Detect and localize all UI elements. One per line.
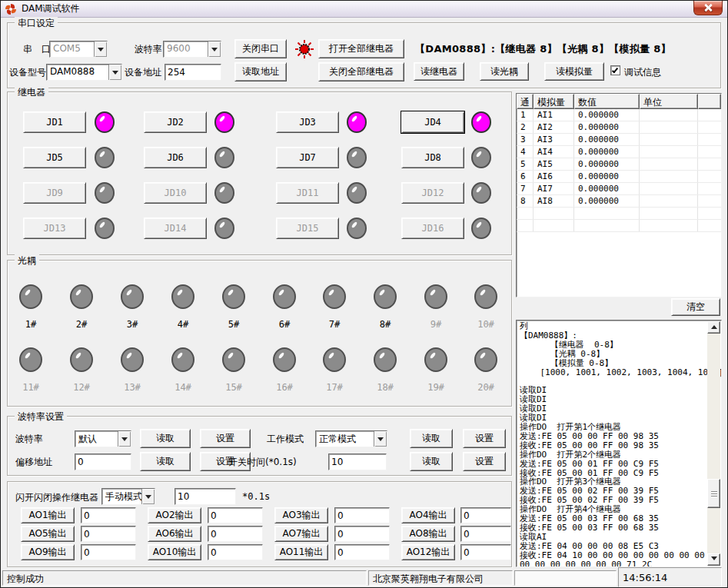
ao7-value-input[interactable] bbox=[334, 526, 390, 542]
chevron-down-icon[interactable] bbox=[118, 431, 131, 447]
relay-button-jd4[interactable]: JD4 bbox=[401, 111, 464, 133]
status-empty-panel bbox=[514, 570, 617, 586]
ao6-value-input[interactable] bbox=[208, 526, 263, 542]
table-row: 2AI20.000000 bbox=[517, 121, 721, 134]
relay-lamp-jd14 bbox=[214, 218, 234, 239]
opto-lamp-13 bbox=[121, 347, 144, 372]
baud-read-button[interactable]: 读取 bbox=[140, 429, 191, 448]
ao10-output-button[interactable]: AO10输出 bbox=[148, 544, 201, 560]
clear-log-button[interactable]: 清空 bbox=[671, 298, 720, 316]
opto-label-3: 3# bbox=[121, 319, 144, 330]
relay-lamp-jd5 bbox=[95, 147, 115, 168]
window-title: DAM调试软件 bbox=[22, 2, 80, 15]
opto-label-10: 10# bbox=[474, 319, 497, 330]
flash-time-input[interactable] bbox=[175, 488, 236, 505]
offset-address-input[interactable] bbox=[75, 453, 131, 470]
ao4-value-input[interactable] bbox=[460, 507, 511, 523]
relay-group: 继电器 JD1 JD2 JD3 JD4 JD5 JD6 JD7 JD8 JD9 … bbox=[7, 91, 512, 255]
chevron-down-icon[interactable] bbox=[141, 489, 155, 504]
app-window: DAM调试软件 串口设定 串 口 COM5 波特率 9600 关闭串口 bbox=[0, 0, 728, 588]
app-icon bbox=[5, 3, 17, 15]
scroll-up-icon[interactable] bbox=[707, 321, 720, 334]
chevron-down-icon[interactable] bbox=[374, 431, 387, 447]
ao4-output-button[interactable]: AO4输出 bbox=[401, 507, 455, 523]
debug-info-checkbox[interactable] bbox=[610, 65, 620, 75]
ao3-output-button[interactable]: AO3输出 bbox=[274, 507, 328, 523]
opto-lamp-15 bbox=[222, 347, 245, 372]
ao12-value-input[interactable] bbox=[460, 544, 511, 560]
ao3-value-input[interactable] bbox=[334, 507, 390, 523]
col-header-unit[interactable]: 单位 bbox=[640, 94, 698, 109]
flash-mode-select[interactable]: 手动模式 bbox=[101, 488, 155, 505]
ao5-value-input[interactable] bbox=[81, 526, 136, 542]
read-address-button[interactable]: 读取地址 bbox=[234, 62, 287, 81]
chevron-down-icon[interactable] bbox=[94, 42, 107, 57]
relay-lamp-jd8 bbox=[471, 147, 491, 168]
ao12-output-button[interactable]: AO12输出 bbox=[401, 544, 455, 560]
close-button[interactable] bbox=[693, 1, 723, 15]
chevron-down-icon[interactable] bbox=[208, 42, 221, 57]
relay-button-jd6[interactable]: JD6 bbox=[144, 147, 207, 168]
switch-time-label: 开关时间(*0.1s) bbox=[228, 456, 297, 469]
ao10-value-input[interactable] bbox=[208, 544, 263, 560]
work-mode-select[interactable]: 正常模式 bbox=[315, 430, 387, 447]
ao9-output-button[interactable]: AO9输出 bbox=[21, 544, 75, 560]
model-select[interactable]: DAM0888 bbox=[46, 64, 122, 81]
read-opto-button[interactable]: 读光耦 bbox=[480, 62, 529, 81]
ao6-output-button[interactable]: AO6输出 bbox=[148, 526, 201, 542]
relay-button-jd7[interactable]: JD7 bbox=[276, 147, 339, 168]
open-all-relays-button[interactable]: 打开全部继电器 bbox=[318, 39, 404, 58]
port-select[interactable]: COM5 bbox=[49, 41, 108, 58]
ao8-value-input[interactable] bbox=[460, 526, 511, 542]
relay-button-jd2[interactable]: JD2 bbox=[144, 111, 207, 133]
ao11-output-button[interactable]: AO11输出 bbox=[274, 544, 328, 560]
log-scrollbar[interactable] bbox=[707, 321, 720, 566]
baudrate-setting-label: 波特率 bbox=[15, 433, 43, 446]
flash-mode-value: 手动模式 bbox=[102, 489, 141, 504]
relay-button-jd5[interactable]: JD5 bbox=[23, 147, 86, 168]
ao1-value-input[interactable] bbox=[81, 507, 136, 523]
col-header-analog[interactable]: 模拟量 bbox=[534, 94, 574, 109]
col-header-value[interactable]: 数值 bbox=[574, 94, 640, 109]
ao9-value-input[interactable] bbox=[81, 544, 136, 560]
col-header-filler bbox=[698, 94, 721, 109]
relay-button-jd3[interactable]: JD3 bbox=[276, 111, 339, 133]
ao8-output-button[interactable]: AO8输出 bbox=[401, 526, 455, 542]
relay-lamp-jd3 bbox=[347, 111, 367, 133]
ao2-output-button[interactable]: AO2输出 bbox=[148, 507, 201, 523]
relay-lamp-jd11 bbox=[347, 182, 367, 204]
read-relay-button[interactable]: 读继电器 bbox=[414, 62, 464, 81]
col-header-channel[interactable]: 通 bbox=[517, 94, 534, 109]
ao5-output-button[interactable]: AO5输出 bbox=[21, 526, 75, 542]
baudrate-setting-select[interactable]: 默认 bbox=[75, 430, 131, 447]
work-mode-set-button[interactable]: 设置 bbox=[463, 429, 506, 448]
opto-label-15: 15# bbox=[222, 382, 245, 393]
ao7-output-button[interactable]: AO7输出 bbox=[274, 526, 328, 542]
close-port-button[interactable]: 关闭串口 bbox=[234, 39, 287, 58]
read-analog-button[interactable]: 读模拟量 bbox=[544, 62, 604, 81]
switch-time-read-button[interactable]: 读取 bbox=[410, 452, 453, 471]
ao2-value-input[interactable] bbox=[208, 507, 263, 523]
scrollbar-thumb[interactable] bbox=[707, 479, 720, 508]
ao1-output-button[interactable]: AO1输出 bbox=[21, 507, 75, 523]
ao11-value-input[interactable] bbox=[334, 544, 390, 560]
chevron-down-icon[interactable] bbox=[108, 65, 121, 80]
offset-read-button[interactable]: 读取 bbox=[140, 452, 191, 471]
opto-lamp-12 bbox=[70, 347, 93, 372]
opto-label-18: 18# bbox=[374, 382, 397, 393]
thumb-grip-icon bbox=[711, 491, 717, 497]
relay-button-jd8[interactable]: JD8 bbox=[401, 147, 464, 168]
opto-lamp-20 bbox=[474, 347, 497, 372]
scroll-down-icon[interactable] bbox=[707, 553, 720, 566]
offset-address-label: 偏移地址 bbox=[15, 456, 52, 469]
baud-set-button[interactable]: 设置 bbox=[200, 429, 251, 448]
relay-button-jd1[interactable]: JD1 bbox=[23, 111, 86, 133]
opto-lamp-5 bbox=[222, 284, 245, 309]
baudrate-select[interactable]: 9600 bbox=[163, 41, 221, 58]
work-mode-read-button[interactable]: 读取 bbox=[410, 429, 453, 448]
close-all-relays-button[interactable]: 关闭全部继电器 bbox=[318, 62, 404, 81]
address-input[interactable] bbox=[165, 64, 221, 81]
debug-log[interactable]: 列 【DAM0888】: 【继电器 0-8】 【光耦 0-8】 【模拟量 0-8… bbox=[516, 320, 722, 567]
switch-time-input[interactable] bbox=[328, 453, 387, 470]
switch-time-set-button[interactable]: 设置 bbox=[463, 452, 506, 471]
